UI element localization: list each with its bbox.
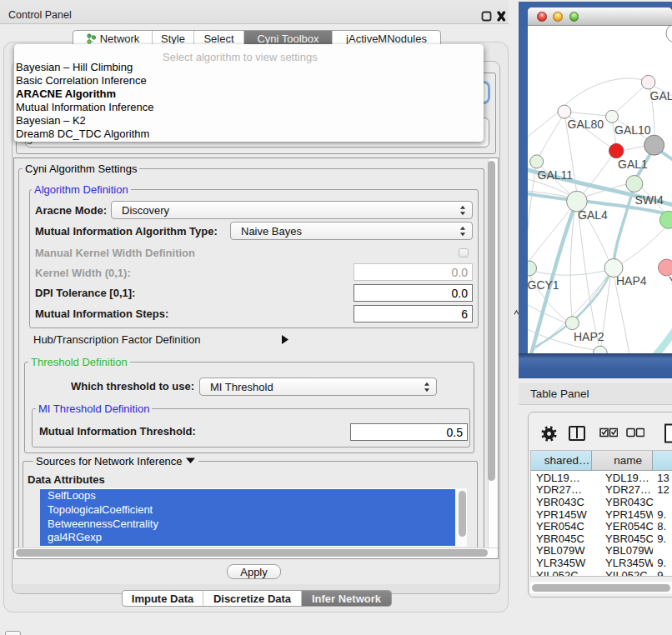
svg-text:GAL10: GAL10 <box>614 123 651 137</box>
svg-text:GCY1: GCY1 <box>528 278 559 292</box>
svg-text:GAL4: GAL4 <box>578 208 608 222</box>
svg-text:GAL11: GAL11 <box>538 168 574 182</box>
svg-text:HAP2: HAP2 <box>574 330 604 343</box>
svg-text:GAL1: GAL1 <box>618 158 648 171</box>
svg-text:GAL80: GAL80 <box>568 118 604 131</box>
svg-text:GAL7: GAL7 <box>650 89 672 102</box>
svg-text:HAP4: HAP4 <box>616 274 647 288</box>
svg-text:Y: Y <box>669 274 672 288</box>
svg-text:SWI4: SWI4 <box>635 193 664 207</box>
